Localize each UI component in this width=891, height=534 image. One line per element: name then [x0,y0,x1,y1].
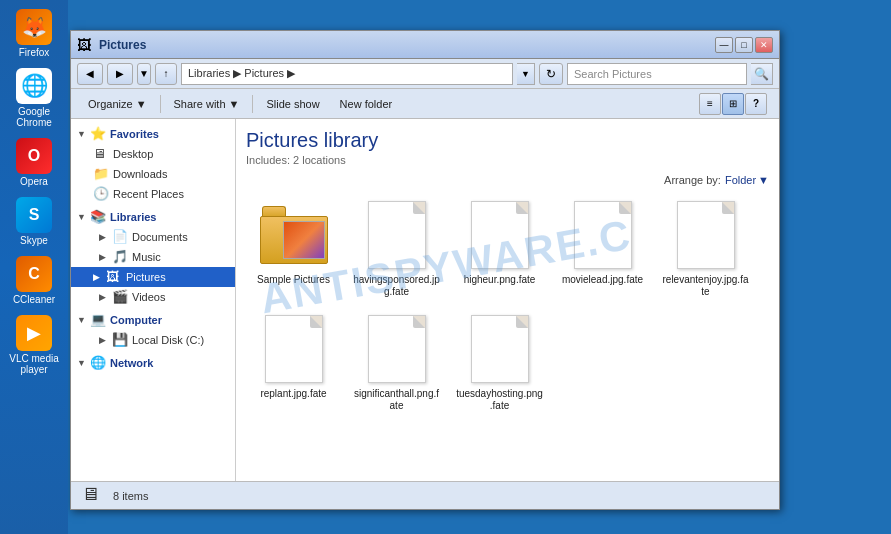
file-item-4[interactable]: relevantenjoy.jpg.fate [658,196,753,302]
file-item-3[interactable]: movielead.jpg.fate [555,196,650,302]
file-item-0[interactable]: Sample Pictures [246,196,341,302]
ccleaner-label: CCleaner [13,294,55,305]
file-item-2[interactable]: higheur.png.fate [452,196,547,302]
downloads-icon: 📁 [93,166,109,182]
sidebar-item-downloads[interactable]: 📁 Downloads [71,164,235,184]
sidebar-item-pictures[interactable]: ▶ 🖼 Pictures [71,267,235,287]
arrange-chevron-icon: ▼ [758,174,769,186]
forward-button[interactable]: ▶ [107,63,133,85]
recent-pages-button[interactable]: ▼ [137,63,151,85]
doc-icon-7 [471,315,529,383]
folder-icon-0 [260,206,328,264]
view-list-button[interactable]: ≡ [699,93,721,115]
taskbar-item-skype[interactable]: S Skype [4,193,64,250]
videos-expand-icon: ▶ [99,292,109,302]
organize-button[interactable]: Organize ▼ [79,92,156,116]
videos-icon: 🎬 [112,289,128,305]
up-button[interactable]: ↑ [155,63,177,85]
view-large-icon-button[interactable]: ⊞ [722,93,744,115]
file-item-5[interactable]: replant.jpg.fate [246,310,341,416]
firefox-icon: 🦊 [16,9,52,45]
view-buttons: ≡ ⊞ ? [699,93,767,115]
sidebar-section-libraries: ▼ 📚 Libraries ▶ 📄 Documents ▶ 🎵 Music ▶ … [71,206,235,307]
taskbar-item-ccleaner[interactable]: C CCleaner [4,252,64,309]
file-item-1[interactable]: havingsponsored.jpg.fate [349,196,444,302]
file-label-4: relevantenjoy.jpg.fate [662,274,749,298]
computer-icon: 💻 [90,312,106,327]
local-disk-expand-icon: ▶ [99,335,109,345]
folder-image [283,221,325,259]
explorer-window: 🖼 Pictures — □ ✕ ◀ ▶ ▼ ↑ Libraries ▶ Pic… [70,30,780,510]
desktop-label: Desktop [113,148,153,160]
chrome-icon: 🌐 [16,68,52,104]
file-label-6: significanthall.png.fate [353,388,440,412]
back-button[interactable]: ◀ [77,63,103,85]
sidebar-computer-header[interactable]: ▼ 💻 Computer [71,309,235,330]
taskbar-item-vlc[interactable]: ▶ VLC media player [4,311,64,379]
music-icon: 🎵 [112,249,128,265]
share-chevron-icon: ▼ [229,98,240,110]
taskbar-item-firefox[interactable]: 🦊 Firefox [4,5,64,62]
library-title: Pictures library [246,129,769,152]
file-icon-area-3 [568,200,638,270]
sidebar-item-music[interactable]: ▶ 🎵 Music [71,247,235,267]
recent-label: Recent Places [113,188,184,200]
libraries-label: Libraries [110,211,156,223]
pictures-expand-icon: ▶ [93,272,103,282]
file-label-7: tuesdayhosting.png.fate [456,388,543,412]
sidebar-item-local-disk[interactable]: ▶ 💾 Local Disk (C:) [71,330,235,350]
main-content: Pictures library Includes: 2 locations A… [236,119,779,481]
new-folder-button[interactable]: New folder [331,92,402,116]
search-box[interactable]: Search Pictures [567,63,747,85]
organize-chevron-icon: ▼ [136,98,147,110]
content-area: ▼ ⭐ Favorites 🖥 Desktop 📁 Downloads 🕒 Re… [71,119,779,481]
sidebar-favorites-header[interactable]: ▼ ⭐ Favorites [71,123,235,144]
slideshow-button[interactable]: Slide show [257,92,328,116]
network-label: Network [110,357,153,369]
pictures-label: Pictures [126,271,166,283]
address-dropdown[interactable]: ▼ [517,63,535,85]
sidebar-network-header[interactable]: ▼ 🌐 Network [71,352,235,373]
minimize-button[interactable]: — [715,37,733,53]
libraries-icon: 📚 [90,209,106,224]
desktop-icon: 🖥 [93,146,109,162]
file-item-6[interactable]: significanthall.png.fate [349,310,444,416]
file-icon-area-7 [465,314,535,384]
arrange-label: Arrange by: [664,174,721,186]
library-header: Pictures library Includes: 2 locations [246,129,769,166]
documents-label: Documents [132,231,188,243]
folder-body [260,216,328,264]
doc-icon-3 [574,201,632,269]
sidebar-item-desktop[interactable]: 🖥 Desktop [71,144,235,164]
taskbar-left: 🦊 Firefox 🌐 Google Chrome O Opera S Skyp… [0,0,68,534]
sidebar-item-recent[interactable]: 🕒 Recent Places [71,184,235,204]
status-icon: 🖥 [81,484,105,508]
close-button[interactable]: ✕ [755,37,773,53]
doc-icon-2 [471,201,529,269]
ccleaner-icon: C [16,256,52,292]
refresh-button[interactable]: ↻ [539,63,563,85]
sidebar-section-computer: ▼ 💻 Computer ▶ 💾 Local Disk (C:) [71,309,235,350]
taskbar-item-chrome[interactable]: 🌐 Google Chrome [4,64,64,132]
new-folder-label: New folder [340,98,393,110]
videos-label: Videos [132,291,165,303]
file-icon-area-2 [465,200,535,270]
search-placeholder: Search Pictures [574,68,652,80]
computer-expand-icon: ▼ [77,315,87,325]
file-item-7[interactable]: tuesdayhosting.png.fate [452,310,547,416]
sidebar-item-videos[interactable]: ▶ 🎬 Videos [71,287,235,307]
search-go-button[interactable]: 🔍 [751,63,773,85]
file-label-2: higheur.png.fate [464,274,536,286]
network-expand-icon: ▼ [77,358,87,368]
status-text: 8 items [113,490,148,502]
slideshow-label: Slide show [266,98,319,110]
share-with-button[interactable]: Share with ▼ [165,92,249,116]
sidebar-item-documents[interactable]: ▶ 📄 Documents [71,227,235,247]
view-help-button[interactable]: ? [745,93,767,115]
maximize-button[interactable]: □ [735,37,753,53]
address-input[interactable]: Libraries ▶ Pictures ▶ [181,63,513,85]
sidebar-libraries-header[interactable]: ▼ 📚 Libraries [71,206,235,227]
taskbar-item-opera[interactable]: O Opera [4,134,64,191]
arrange-value[interactable]: Folder ▼ [725,174,769,186]
toolbar-separator-2 [252,95,253,113]
